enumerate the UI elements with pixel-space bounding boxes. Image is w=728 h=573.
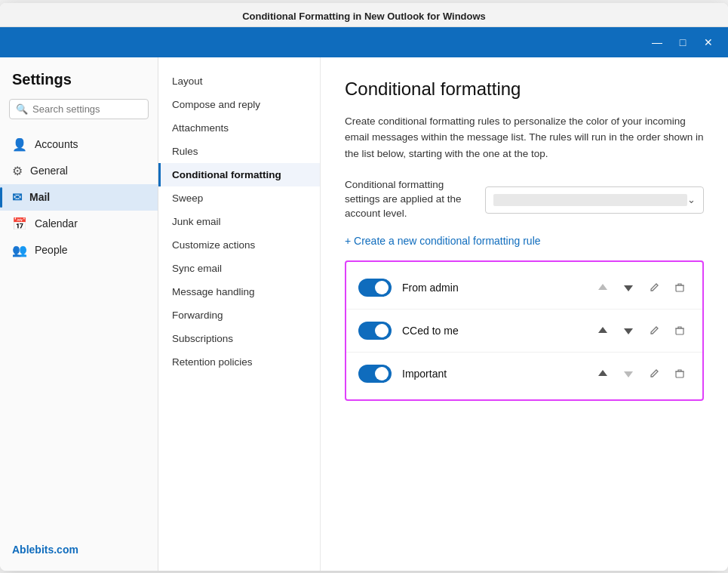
mid-label-layout: Layout (172, 75, 203, 87)
sidebar-item-mail[interactable]: ✉ Mail (0, 184, 158, 211)
delete-button-important[interactable] (669, 363, 690, 384)
page-description: Create conditional formatting rules to p… (345, 113, 704, 162)
trash-icon (674, 325, 685, 336)
mail-icon: ✉ (12, 190, 22, 205)
app-body: Settings 🔍 👤 Accounts ⚙ General ✉ Mail 📅… (0, 57, 728, 571)
mid-label-conditional-formatting: Conditional formatting (172, 169, 281, 180)
app-window: Conditional Formatting in New Outlook fo… (0, 3, 728, 571)
svg-rect-2 (676, 371, 683, 377)
toggle-important[interactable] (358, 365, 392, 383)
mid-item-sync-email[interactable]: Sync email (158, 257, 320, 280)
rule-name-cced-to-me: CCed to me (402, 325, 582, 337)
window-chrome: — □ ✕ (0, 27, 728, 57)
mid-label-attachments: Attachments (172, 122, 229, 134)
search-icon: 🔍 (16, 103, 28, 115)
sidebar-label-general: General (30, 165, 68, 177)
down-button-cced-to-me[interactable] (618, 320, 639, 341)
mid-item-sweep[interactable]: Sweep (158, 186, 320, 210)
sidebar-footer: Ablebits.com (0, 536, 158, 563)
sidebar-item-accounts[interactable]: 👤 Accounts (0, 131, 158, 158)
action-icons-cced-to-me (592, 320, 690, 341)
toggle-cced-to-me[interactable] (358, 322, 392, 340)
down-button-from-admin[interactable] (618, 277, 639, 298)
edit-icon (649, 368, 659, 379)
mid-item-subscriptions[interactable]: Subscriptions (158, 327, 320, 350)
edit-icon (649, 282, 659, 293)
rules-box: From admin (345, 260, 704, 401)
maximize-button[interactable]: □ (671, 34, 695, 51)
search-box[interactable]: 🔍 (9, 99, 149, 119)
down-arrow-icon (623, 282, 634, 293)
trash-icon (674, 282, 685, 293)
action-icons-from-admin (592, 277, 690, 298)
create-rule-label: + Create a new conditional formatting ru… (345, 235, 541, 247)
mid-label-sync-email: Sync email (172, 263, 222, 274)
edit-button-important[interactable] (644, 363, 665, 384)
svg-rect-1 (676, 328, 683, 334)
down-button-important[interactable] (618, 363, 639, 384)
rule-name-important: Important (402, 368, 582, 380)
mid-label-forwarding: Forwarding (172, 310, 223, 321)
general-icon: ⚙ (12, 164, 23, 178)
edit-icon (649, 325, 659, 336)
minimize-button[interactable]: — (645, 34, 669, 51)
create-rule-button[interactable]: + Create a new conditional formatting ru… (345, 235, 704, 247)
mid-item-rules[interactable]: Rules (158, 140, 320, 163)
account-select-dropdown[interactable]: ⌄ (485, 186, 704, 214)
up-button-important[interactable] (592, 363, 613, 384)
search-input[interactable] (32, 103, 142, 115)
window-outer-title: Conditional Formatting in New Outlook fo… (0, 3, 728, 27)
rule-row-important: Important (346, 353, 702, 395)
mid-item-junk-email[interactable]: Junk email (158, 210, 320, 233)
accounts-icon: 👤 (12, 137, 27, 152)
rule-row-from-admin: From admin (346, 266, 702, 310)
sidebar: Settings 🔍 👤 Accounts ⚙ General ✉ Mail 📅… (0, 57, 158, 571)
rule-row-cced-to-me: CCed to me (346, 310, 702, 353)
sidebar-label-people: People (35, 244, 68, 256)
page-title: Conditional formatting (345, 79, 704, 100)
close-button[interactable]: ✕ (696, 34, 720, 51)
up-arrow-icon (597, 282, 608, 293)
svg-rect-0 (676, 285, 683, 291)
mid-item-forwarding[interactable]: Forwarding (158, 303, 320, 327)
sidebar-label-mail: Mail (29, 191, 50, 203)
mid-label-retention-policies: Retention policies (172, 356, 253, 368)
toggle-from-admin[interactable] (358, 279, 392, 297)
up-arrow-icon (597, 368, 608, 379)
sidebar-label-accounts: Accounts (35, 138, 78, 150)
mid-item-retention-policies[interactable]: Retention policies (158, 350, 320, 374)
account-select-value (493, 194, 687, 206)
mid-label-message-handling: Message handling (172, 286, 255, 297)
watermark: Ablebits.com (0, 536, 158, 563)
rule-name-from-admin: From admin (402, 282, 582, 294)
mid-label-subscriptions: Subscriptions (172, 333, 233, 344)
delete-button-cced-to-me[interactable] (669, 320, 690, 341)
sidebar-item-general[interactable]: ⚙ General (0, 158, 158, 184)
action-icons-important (592, 363, 690, 384)
mid-panel: Layout Compose and reply Attachments Rul… (158, 57, 321, 571)
mid-item-layout[interactable]: Layout (158, 69, 320, 93)
delete-button-from-admin[interactable] (669, 277, 690, 298)
mid-item-conditional-formatting[interactable]: Conditional formatting (158, 163, 320, 186)
mid-label-junk-email: Junk email (172, 216, 221, 227)
down-arrow-icon (623, 325, 634, 336)
mid-item-attachments[interactable]: Attachments (158, 116, 320, 140)
people-icon: 👥 (12, 243, 27, 257)
mid-item-compose-reply[interactable]: Compose and reply (158, 93, 320, 116)
main-content: Conditional formatting Create conditiona… (321, 57, 728, 571)
up-button-cced-to-me[interactable] (592, 320, 613, 341)
sidebar-title: Settings (0, 71, 158, 99)
mid-item-customize-actions[interactable]: Customize actions (158, 233, 320, 257)
mid-label-compose-reply: Compose and reply (172, 99, 260, 110)
sidebar-label-calendar: Calendar (35, 217, 78, 230)
up-button-from-admin[interactable] (592, 277, 613, 298)
calendar-icon: 📅 (12, 217, 27, 231)
edit-button-cced-to-me[interactable] (644, 320, 665, 341)
mid-label-rules: Rules (172, 146, 198, 157)
account-row: Conditional formatting settings are appl… (345, 178, 704, 221)
sidebar-item-calendar[interactable]: 📅 Calendar (0, 211, 158, 237)
sidebar-item-people[interactable]: 👥 People (0, 237, 158, 263)
edit-button-from-admin[interactable] (644, 277, 665, 298)
down-arrow-icon (623, 368, 634, 379)
mid-item-message-handling[interactable]: Message handling (158, 280, 320, 303)
